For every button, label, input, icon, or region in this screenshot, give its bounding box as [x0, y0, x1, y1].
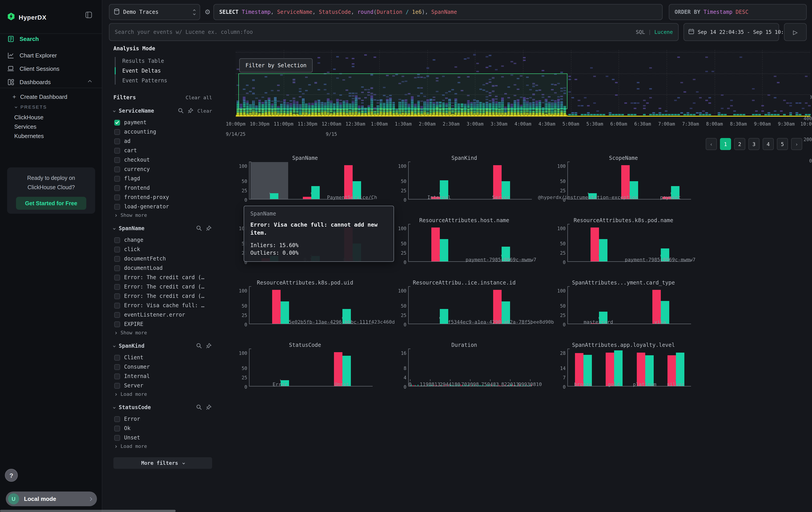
get-started-button[interactable]: Get Started for Free	[16, 197, 86, 210]
checkbox[interactable]	[114, 237, 120, 243]
search-icon[interactable]	[196, 343, 202, 349]
presets-toggle[interactable]: PRESETS	[15, 104, 47, 110]
bar-inliers[interactable]	[676, 353, 685, 386]
sidebar-item-client-sessions[interactable]: Client Sessions	[0, 62, 102, 75]
order-by-input[interactable]: ORDER BY Timestamp DESC	[669, 4, 807, 20]
checkbox[interactable]	[114, 166, 120, 172]
checkbox[interactable]	[114, 176, 120, 182]
search-input[interactable]	[115, 29, 636, 35]
chart-plot[interactable]	[249, 287, 373, 324]
bar-outliers[interactable]	[652, 290, 661, 324]
heatmap-selection-box[interactable]	[238, 74, 568, 109]
bar-inliers[interactable]	[280, 301, 289, 324]
filter-option-frontend-proxy[interactable]: frontend-proxy	[114, 193, 212, 201]
bar-inliers[interactable]	[614, 351, 623, 386]
bar-outliers[interactable]	[621, 165, 630, 199]
checkbox[interactable]	[114, 435, 120, 440]
chart-plot[interactable]	[568, 224, 691, 262]
bar-outliers[interactable]	[334, 352, 342, 386]
more-filters-button[interactable]: More filters	[113, 457, 212, 469]
checkbox[interactable]	[114, 383, 120, 388]
filter-group-name[interactable]: StatusCode	[119, 404, 151, 410]
pagination-page-4[interactable]: 4	[763, 138, 774, 150]
filter-by-selection-button[interactable]: Filter by Selection	[239, 58, 313, 73]
sidebar-item-chart-explorer[interactable]: Chart Explorer	[0, 49, 102, 62]
filter-option-click[interactable]: click	[114, 245, 212, 253]
show-more-button[interactable]: Show more	[115, 212, 212, 218]
bar-outliers[interactable]	[431, 227, 440, 261]
show-more-button[interactable]: Show more	[115, 330, 212, 336]
filter-option-client[interactable]: Client	[114, 353, 212, 361]
run-query-button[interactable]: ▷	[784, 23, 807, 41]
filter-option-accounting[interactable]: accounting	[114, 128, 212, 136]
chart-plot[interactable]	[408, 224, 532, 262]
pin-icon[interactable]	[188, 108, 194, 114]
filter-option-load-generator[interactable]: load-generator	[114, 203, 212, 211]
checkbox[interactable]	[114, 157, 120, 163]
pin-icon[interactable]	[206, 343, 212, 349]
checkbox[interactable]	[114, 355, 120, 360]
pin-icon[interactable]	[206, 225, 212, 232]
gear-icon[interactable]: ⚙	[205, 8, 210, 16]
filter-option-error[interactable]: Error	[114, 415, 212, 423]
sidebar-item-dashboards[interactable]: Dashboards	[0, 75, 102, 89]
sidebar-item-services[interactable]: Services	[14, 123, 36, 130]
bar-outliers[interactable]	[590, 227, 599, 261]
search-icon[interactable]	[196, 225, 202, 232]
pagination-next-button[interactable]: ›	[791, 138, 802, 150]
filter-option-error-the-credit-card-[interactable]: Error: The credit card (…	[114, 273, 212, 281]
pagination-page-3[interactable]: 3	[748, 138, 759, 150]
bar-outliers[interactable]	[637, 353, 645, 386]
checkbox[interactable]	[114, 302, 120, 308]
search-icon[interactable]	[196, 404, 202, 410]
show-more-button[interactable]: Load more	[115, 443, 212, 449]
filter-group-name[interactable]: SpanName	[119, 225, 145, 232]
chevron-down-icon[interactable]	[113, 227, 115, 230]
checkbox[interactable]	[114, 138, 120, 144]
filter-option-documentfetch[interactable]: documentFetch	[114, 255, 212, 263]
show-more-button[interactable]: Load more	[115, 392, 212, 397]
filter-option-eventlistener-error[interactable]: eventListener.error	[114, 311, 212, 319]
filter-option-documentload[interactable]: documentLoad	[114, 264, 212, 272]
chart-plot[interactable]	[568, 287, 691, 324]
bar-outliers[interactable]	[303, 197, 311, 199]
chart-plot[interactable]	[408, 287, 532, 324]
filter-option-error-the-credit-card-[interactable]: Error: The credit card (…	[114, 292, 212, 300]
hyperdx-logo[interactable]: HyperDX	[7, 12, 47, 22]
analysis-mode-results-table[interactable]: Results Table	[115, 56, 212, 66]
checkbox[interactable]	[114, 256, 120, 262]
checkbox[interactable]	[114, 265, 120, 271]
checkbox[interactable]	[114, 129, 120, 135]
analysis-mode-event-patterns[interactable]: Event Patterns	[115, 76, 212, 85]
filter-option-payment[interactable]: payment	[114, 118, 212, 127]
checkbox[interactable]	[114, 364, 120, 370]
chevron-down-icon[interactable]	[113, 345, 115, 347]
filter-group-name[interactable]: ServiceName	[119, 108, 154, 114]
date-range-picker[interactable]: Sep 14 22:04:35 - Sep 15 10:04:35	[684, 23, 779, 41]
chevron-down-icon[interactable]	[113, 110, 115, 112]
checkbox-checked[interactable]	[114, 119, 120, 125]
filter-option-change[interactable]: change	[114, 236, 212, 244]
checkbox[interactable]	[114, 312, 120, 318]
source-select[interactable]: Demo Traces	[109, 4, 200, 20]
bar-outliers[interactable]	[575, 353, 583, 386]
analysis-mode-event-deltas[interactable]: Event Deltas	[115, 66, 212, 76]
bar-outliers[interactable]	[493, 165, 501, 199]
filter-option-expire[interactable]: EXPIRE	[114, 320, 212, 328]
create-dashboard-button[interactable]: + Create Dashboard	[12, 93, 67, 100]
bar-outliers[interactable]	[493, 290, 501, 324]
clear-all-filters-button[interactable]: Clear all	[186, 95, 212, 100]
sql-select-input[interactable]: SELECT Timestamp, ServiceName, StatusCod…	[213, 4, 663, 20]
bar-inliers[interactable]	[440, 309, 448, 324]
filter-option-flagd[interactable]: flagd	[114, 174, 212, 183]
chart-plot[interactable]	[568, 349, 691, 386]
filter-option-consumer[interactable]: Consumer	[114, 363, 212, 371]
filter-option-unset[interactable]: Unset	[114, 434, 212, 442]
chart-plot[interactable]	[249, 349, 373, 386]
checkbox[interactable]	[114, 425, 120, 431]
filter-option-checkout[interactable]: checkout	[114, 156, 212, 164]
sidebar-item-kubernetes[interactable]: Kubernetes	[14, 133, 44, 139]
checkbox[interactable]	[114, 147, 120, 153]
pagination-page-5[interactable]: 5	[777, 138, 788, 150]
checkbox[interactable]	[114, 321, 120, 327]
